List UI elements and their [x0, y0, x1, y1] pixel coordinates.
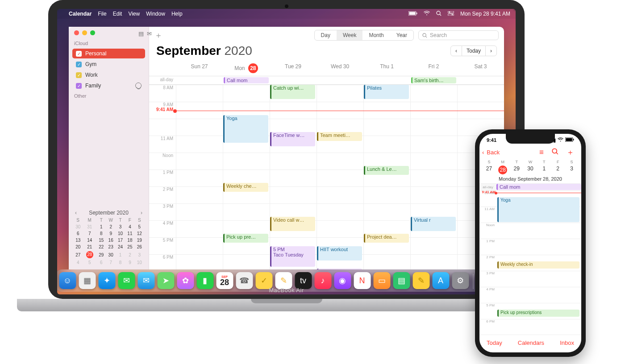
grid-cell[interactable]	[176, 153, 223, 170]
event[interactable]: Pick up prescriptions	[497, 310, 579, 317]
mini-day[interactable]: 2	[125, 250, 134, 259]
grid-cell[interactable]	[457, 102, 504, 119]
day-header[interactable]: Wed 30	[317, 61, 363, 76]
seg-month[interactable]: Month	[362, 30, 390, 40]
calendar-list-item[interactable]: ✓Personal	[72, 49, 145, 58]
mini-day[interactable]: 2	[106, 223, 115, 230]
back-chevron-icon[interactable]: ‹	[482, 149, 484, 156]
grid-cell[interactable]	[270, 102, 317, 119]
calendar-list-item[interactable]: ✓Family	[72, 81, 145, 91]
mini-day[interactable]: 24	[116, 244, 125, 250]
grid-cell[interactable]	[317, 170, 363, 186]
zoom-button[interactable]	[90, 30, 95, 35]
dock-app-maps[interactable]: ➤	[157, 272, 174, 289]
dock-app-pages[interactable]: ✎	[412, 272, 429, 289]
dock-app-settings[interactable]: ⚙	[452, 272, 469, 289]
grid-cell[interactable]	[176, 237, 223, 254]
mini-day[interactable]: 22	[96, 244, 106, 250]
seg-day[interactable]: Day	[315, 30, 337, 40]
grid-cell[interactable]	[410, 237, 457, 254]
grid-cell[interactable]	[176, 102, 223, 119]
dock-app-music[interactable]: ♪	[314, 272, 331, 289]
grid-cell[interactable]	[223, 153, 270, 170]
event[interactable]: Sam's birth…	[411, 77, 456, 83]
event-all-day[interactable]: Call mom	[496, 184, 581, 190]
mini-day[interactable]: 6	[96, 259, 106, 266]
iphone-hour-row[interactable]: 6 PM	[479, 319, 581, 335]
search-icon[interactable]	[549, 148, 561, 157]
grid-cell[interactable]	[270, 153, 317, 170]
dock-app-news[interactable]: N	[354, 272, 371, 289]
dock-app-photos[interactable]: ✿	[177, 272, 194, 289]
dock-app-messages[interactable]: ✉︎	[118, 272, 135, 289]
grid-cell[interactable]	[176, 203, 223, 220]
all-day-cell[interactable]	[363, 76, 410, 84]
dock-app-podcasts[interactable]: ◉	[334, 272, 351, 289]
grid-cell[interactable]	[176, 186, 223, 203]
day-header[interactable]: Fri 2	[410, 61, 457, 76]
app-name[interactable]: Calendar	[69, 11, 92, 17]
mini-prev-month[interactable]: ‹	[73, 210, 79, 216]
mini-day[interactable]: 12	[135, 230, 144, 237]
all-day-cell[interactable]	[317, 76, 363, 84]
grid-cell[interactable]	[176, 136, 223, 153]
event[interactable]: Call mom	[224, 77, 269, 83]
event[interactable]: 5 PM Taco Tuesday	[270, 246, 315, 267]
mini-day[interactable]: 9	[106, 230, 115, 237]
iphone-hour-row[interactable]: Noon	[479, 223, 581, 239]
menu-help[interactable]: Help	[171, 11, 183, 17]
mini-day[interactable]: 4	[125, 223, 134, 230]
iphone-hour-row[interactable]: 3 PM	[479, 271, 581, 287]
add-event-button[interactable]: ＋	[154, 30, 162, 41]
mini-day[interactable]: 14	[83, 237, 96, 244]
day-header[interactable]: Sun 27	[176, 61, 223, 76]
grid-cell[interactable]	[410, 119, 457, 136]
grid-cell[interactable]	[317, 203, 363, 220]
sidebar-toggle-icon[interactable]: ▤	[138, 30, 143, 35]
mini-day[interactable]: 27	[73, 250, 83, 259]
all-day-cell[interactable]: Call mom	[223, 76, 270, 84]
event[interactable]: Pilates	[364, 85, 409, 99]
day-number[interactable]: 1	[537, 165, 551, 175]
iphone-inbox-button[interactable]: Inbox	[560, 339, 574, 346]
mini-day[interactable]: 5	[83, 259, 96, 266]
mini-day[interactable]: 25	[125, 244, 134, 250]
iphone-calendars-button[interactable]: Calendars	[518, 339, 544, 346]
event[interactable]: HIIT workout	[317, 246, 362, 261]
day-header[interactable]: Tue 29	[270, 61, 317, 76]
mini-day[interactable]: 28	[83, 250, 96, 259]
grid-cell[interactable]	[363, 119, 410, 136]
dock-app-launchpad[interactable]: ▦	[79, 272, 96, 289]
grid-cell[interactable]	[410, 254, 457, 271]
grid-cell[interactable]	[457, 85, 504, 102]
mini-day[interactable]: 31	[83, 223, 96, 230]
mini-day[interactable]: 9	[125, 259, 134, 266]
dock-app-mail[interactable]: ✉	[138, 272, 154, 289]
grid-cell[interactable]	[270, 186, 317, 203]
grid-cell[interactable]	[363, 203, 410, 220]
calendar-list-item[interactable]: ✓Work	[72, 70, 145, 80]
mini-day[interactable]: 18	[125, 237, 134, 244]
today-button[interactable]: Today	[462, 46, 485, 56]
day-header[interactable]: Thu 1	[363, 61, 410, 76]
mini-day[interactable]: 8	[116, 259, 125, 266]
mini-day[interactable]: 1	[116, 250, 125, 259]
checkbox-icon[interactable]: ✓	[76, 62, 82, 67]
day-header[interactable]: Mon 28	[223, 61, 270, 76]
mini-day[interactable]: 3	[135, 250, 144, 259]
back-button[interactable]: Back	[487, 149, 500, 156]
event[interactable]: Weekly che…	[223, 183, 268, 192]
event[interactable]: Pick up pre…	[223, 234, 268, 243]
mini-day[interactable]: 8	[96, 230, 106, 237]
dock-app-facetime[interactable]: ▮	[196, 272, 213, 289]
event[interactable]: Catch up wi…	[270, 85, 315, 99]
event[interactable]: Lunch & Le…	[364, 166, 409, 175]
mini-day[interactable]: 30	[73, 223, 83, 230]
event[interactable]: Video call w…	[270, 217, 315, 231]
iphone-day-grid[interactable]: 9:41 AM 10 AM11 AMNoon1 PM2 PM3 PM4 PM5 …	[479, 191, 581, 335]
mini-day[interactable]: 7	[83, 230, 96, 237]
mini-day[interactable]: 10	[116, 230, 125, 237]
event[interactable]: Virtual r	[411, 217, 456, 231]
all-day-cell[interactable]	[270, 76, 317, 84]
grid-cell[interactable]	[410, 170, 457, 186]
